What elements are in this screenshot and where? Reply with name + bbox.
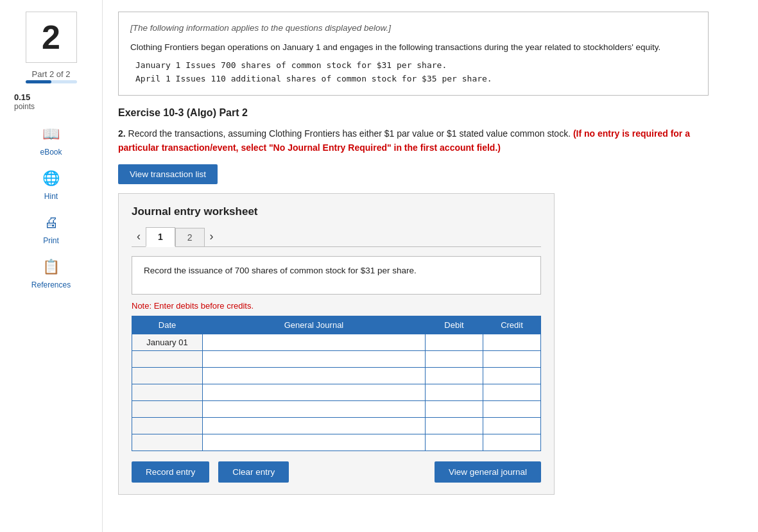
credit-cell-6[interactable]: [483, 417, 541, 434]
credit-cell-3[interactable]: [483, 367, 541, 384]
question-number: 2: [42, 18, 60, 56]
note-text: Note: Enter debits before credits.: [132, 301, 541, 311]
progress-bar-fill: [26, 80, 51, 83]
journal-cell-3[interactable]: [203, 367, 426, 384]
debit-input-2[interactable]: [426, 351, 483, 367]
journal-input-3[interactable]: [203, 368, 425, 384]
journal-input-4[interactable]: [203, 384, 425, 400]
debit-cell-5[interactable]: [426, 400, 483, 417]
credit-input-2[interactable]: [483, 351, 540, 367]
sidebar-tool-print[interactable]: 🖨 Print: [40, 211, 63, 245]
sidebar: 2 Part 2 of 2 0.15 points 📖 eBook 🌐 Hint…: [0, 0, 103, 532]
references-label: References: [31, 280, 71, 289]
debit-cell-1[interactable]: [426, 334, 483, 350]
journal-input-1[interactable]: [203, 334, 425, 350]
journal-cell-5[interactable]: [203, 400, 426, 417]
credit-input-3[interactable]: [483, 368, 540, 384]
question-number-inline: 2.: [118, 128, 126, 139]
worksheet-title: Journal entry worksheet: [132, 205, 541, 218]
debit-cell-7[interactable]: [426, 434, 483, 450]
bottom-buttons: Record entry Clear entry View general jo…: [132, 461, 541, 483]
credit-cell-2[interactable]: [483, 350, 541, 367]
info-code-lines: January 1 Issues 700 shares of common st…: [135, 59, 696, 86]
journal-cell-4[interactable]: [203, 384, 426, 400]
info-box: [The following information applies to th…: [118, 12, 709, 96]
date-cell-2: [132, 350, 203, 367]
sidebar-tools: 📖 eBook 🌐 Hint 🖨 Print 📋 References: [6, 123, 96, 289]
info-italic-note: [The following information applies to th…: [130, 21, 696, 35]
journal-cell-6[interactable]: [203, 417, 426, 434]
part-label: Part 2 of 2: [32, 69, 71, 79]
date-cell-5: [132, 400, 203, 417]
debit-input-1[interactable]: [426, 334, 483, 350]
credit-input-5[interactable]: [483, 401, 540, 417]
sidebar-tool-references[interactable]: 📋 References: [31, 255, 71, 289]
credit-input-1[interactable]: [483, 334, 540, 350]
ebook-icon: 📖: [40, 123, 63, 146]
credit-cell-1[interactable]: [483, 334, 541, 350]
worksheet-container: Journal entry worksheet ‹ 1 2 › Record t…: [118, 193, 555, 495]
debit-cell-2[interactable]: [426, 350, 483, 367]
journal-cell-1[interactable]: [203, 334, 426, 350]
ebook-label: eBook: [40, 148, 62, 157]
credit-input-7[interactable]: [483, 434, 540, 450]
credit-input-6[interactable]: [483, 418, 540, 434]
th-debit: Debit: [426, 316, 483, 334]
table-row: [132, 400, 541, 417]
debit-cell-4[interactable]: [426, 384, 483, 400]
sidebar-tool-hint[interactable]: 🌐 Hint: [40, 167, 63, 201]
journal-input-2[interactable]: [203, 351, 425, 367]
date-cell-3: [132, 367, 203, 384]
debit-input-5[interactable]: [426, 401, 483, 417]
th-date: Date: [132, 316, 203, 334]
debit-cell-6[interactable]: [426, 417, 483, 434]
table-row: January 01: [132, 334, 541, 350]
credit-input-4[interactable]: [483, 384, 540, 400]
tab-1[interactable]: 1: [146, 227, 175, 247]
credit-cell-4[interactable]: [483, 384, 541, 400]
journal-input-5[interactable]: [203, 401, 425, 417]
journal-table: Date General Journal Debit Credit Januar…: [132, 316, 541, 451]
table-row: [132, 367, 541, 384]
main-content: [The following information applies to th…: [103, 0, 758, 532]
question-body: Record the transactions, assuming Clothi…: [128, 128, 571, 139]
clear-entry-button[interactable]: Clear entry: [218, 461, 289, 483]
tab-next-arrow[interactable]: ›: [205, 227, 219, 246]
journal-cell-7[interactable]: [203, 434, 426, 450]
references-icon: 📋: [40, 255, 63, 279]
debit-input-4[interactable]: [426, 384, 483, 400]
debit-input-7[interactable]: [426, 434, 483, 450]
code-line-2: April 1 Issues 110 additional shares of …: [135, 73, 696, 86]
credit-cell-5[interactable]: [483, 400, 541, 417]
debit-input-6[interactable]: [426, 418, 483, 434]
print-icon: 🖨: [40, 211, 63, 234]
sidebar-tool-ebook[interactable]: 📖 eBook: [40, 123, 63, 157]
instruction-box: Record the issuance of 700 shares of com…: [132, 256, 541, 295]
tab-prev-arrow[interactable]: ‹: [132, 227, 146, 246]
hint-icon: 🌐: [40, 167, 63, 190]
record-entry-button[interactable]: Record entry: [132, 461, 209, 483]
view-general-journal-button[interactable]: View general journal: [435, 461, 541, 483]
table-row: [132, 384, 541, 400]
instruction-text: Record the issuance of 700 shares of com…: [144, 266, 417, 275]
journal-cell-2[interactable]: [203, 350, 426, 367]
tab-navigation: ‹ 1 2 ›: [132, 227, 541, 247]
debit-input-3[interactable]: [426, 368, 483, 384]
info-company-text: Clothing Frontiers began operations on J…: [130, 40, 696, 55]
table-row: [132, 350, 541, 367]
th-general-journal: General Journal: [203, 316, 426, 334]
table-row: [132, 434, 541, 450]
tab-2[interactable]: 2: [175, 228, 205, 246]
date-cell-7: [132, 434, 203, 450]
table-row: [132, 417, 541, 434]
code-line-1: January 1 Issues 700 shares of common st…: [135, 59, 696, 73]
hint-label: Hint: [44, 192, 58, 201]
journal-input-7[interactable]: [203, 434, 425, 450]
journal-input-6[interactable]: [203, 418, 425, 434]
progress-bar: [26, 80, 77, 83]
question-text: 2. Record the transactions, assuming Clo…: [118, 126, 709, 155]
debit-cell-3[interactable]: [426, 367, 483, 384]
credit-cell-7[interactable]: [483, 434, 541, 450]
exercise-title: Exercise 10-3 (Algo) Part 2: [118, 107, 743, 119]
view-transaction-button[interactable]: View transaction list: [118, 164, 218, 184]
